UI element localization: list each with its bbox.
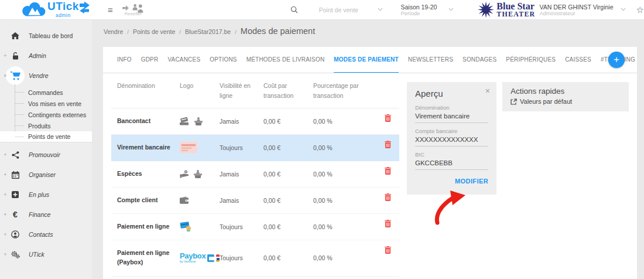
sidebar-item-label: Vendre bbox=[29, 72, 48, 79]
close-icon[interactable]: × bbox=[485, 87, 490, 95]
delete-row-button[interactable] bbox=[385, 193, 399, 201]
breadcrumb-link-points-de-vente[interactable]: Points de vente bbox=[133, 28, 175, 35]
sidebar-item-commandes[interactable]: Commandes bbox=[0, 87, 92, 98]
tab-modes-de-paiement[interactable]: MODES DE PAIEMENT bbox=[334, 47, 398, 73]
sidebar-item-utick[interactable]: + UTick bbox=[0, 244, 92, 264]
tab-peripheriques[interactable]: PÉRIPHÉRIQUES bbox=[506, 47, 556, 73]
sidebar-item-promouvoir[interactable]: + Promouvoir bbox=[0, 145, 92, 165]
row-percent: 0,00 % bbox=[313, 171, 385, 178]
season-value: Saison 19-20 bbox=[400, 4, 437, 11]
user-name: VAN DER GHINST Virginie bbox=[540, 4, 614, 11]
tab-caisses[interactable]: CAISSES bbox=[565, 47, 591, 73]
home-icon bbox=[9, 32, 22, 39]
logo-title: UTick bbox=[47, 1, 79, 12]
default-values-link[interactable]: Valeurs par défaut bbox=[511, 98, 621, 105]
sidebar-item-admin[interactable]: + Admin bbox=[0, 46, 92, 66]
sidebar-item-contingents-externes[interactable]: Contingents externes bbox=[0, 109, 92, 120]
field-label: BIC bbox=[415, 151, 488, 158]
vendre-submenu: Commandes Vos mises en vente Contingents… bbox=[0, 87, 92, 142]
sidebar-subitem-label: Produits bbox=[28, 123, 51, 130]
preview-field-denomination: Dénomination Virement bancaire bbox=[415, 104, 488, 123]
tab-bar: INFO GDPR VACANCES OPTIONS MÉTHODES DE L… bbox=[103, 47, 637, 73]
cloud-logo-icon bbox=[21, 2, 46, 18]
delete-row-button[interactable] bbox=[385, 141, 399, 148]
col-header-pourcentage: Pourcentage par transaction bbox=[313, 81, 385, 101]
trash-icon bbox=[385, 141, 391, 148]
modify-button[interactable]: MODIFIER bbox=[415, 178, 488, 185]
tab-newsletters[interactable]: NEWSLETTERS bbox=[408, 47, 453, 73]
season-sublabel: Periode bbox=[400, 11, 437, 16]
sidebar-item-contacts[interactable]: + Contacts bbox=[0, 224, 92, 244]
sidebar: Tableau de bord + Admin × Vendre Command… bbox=[0, 19, 92, 279]
trash-icon bbox=[385, 246, 391, 254]
table-row-paiement-en-ligne-paybox[interactable]: Paiement en ligne (Paybox) Paybox by Ver… bbox=[111, 240, 399, 277]
sidebar-item-tableau-de-bord[interactable]: Tableau de bord bbox=[0, 26, 92, 46]
sidebar-item-vendre[interactable]: × Vendre bbox=[0, 66, 92, 86]
share-icon bbox=[9, 151, 22, 159]
user-role: Administrateur bbox=[540, 11, 614, 16]
user-menu[interactable]: VAN DER GHINST Virginie Administrateur bbox=[540, 4, 614, 16]
reseller-switch[interactable]: Reseller bbox=[122, 4, 144, 16]
paybox-logo: Paybox by Verifone bbox=[180, 252, 205, 264]
group-toggle: + bbox=[3, 53, 8, 59]
row-name: Compte client bbox=[117, 196, 180, 205]
delete-row-button[interactable] bbox=[385, 220, 399, 227]
row-visibility: Toujours bbox=[220, 223, 263, 230]
field-label: Dénomination bbox=[415, 104, 488, 111]
quick-actions-panel: Actions rapides Valeurs par défaut bbox=[502, 82, 629, 111]
app-logo[interactable]: UTick admin bbox=[0, 1, 92, 18]
payment-methods-table: Dénomination Logo Visibilité en ligne Co… bbox=[111, 73, 399, 277]
breadcrumb-separator: / bbox=[235, 29, 237, 35]
tab-gdpr[interactable]: GDPR bbox=[141, 47, 159, 73]
tab-info[interactable]: INFO bbox=[117, 47, 132, 73]
table-row-bancontact[interactable]: Bancontact Jamais 0,00 € 0,00 % bbox=[111, 108, 399, 135]
col-header-denomination: Dénomination bbox=[117, 81, 180, 101]
row-percent: 0,00 % bbox=[313, 254, 385, 261]
pos-select-placeholder: Point de vente bbox=[319, 6, 358, 13]
online-payment-card-icon bbox=[180, 222, 191, 232]
sidebar-item-vos-mises-en-vente[interactable]: Vos mises en vente bbox=[0, 98, 92, 109]
sidebar-item-finance[interactable]: + € Finance bbox=[0, 205, 92, 224]
tab-options[interactable]: OPTIONS bbox=[210, 47, 237, 73]
preview-field-bic: BIC GKCCBEBB bbox=[415, 151, 488, 170]
delete-row-button[interactable] bbox=[385, 246, 399, 254]
row-name: Paiement en ligne (Paybox) bbox=[117, 249, 180, 267]
search-icon[interactable] bbox=[290, 6, 298, 13]
table-row-especes[interactable]: Espèces Jamais 0,00 € 0,00 % bbox=[111, 161, 399, 188]
row-percent: 0,00 % bbox=[313, 223, 385, 230]
sidebar-item-label: Contacts bbox=[29, 231, 53, 238]
sidebar-subitem-label: Points de vente bbox=[28, 133, 70, 140]
table-row-virement-bancaire[interactable]: Virement bancaire Toujours 0,00 € 0,00 % bbox=[111, 135, 399, 161]
row-cost: 0,00 € bbox=[263, 144, 313, 151]
row-name-line2: (Paybox) bbox=[117, 258, 180, 267]
sidebar-item-organiser[interactable]: + Organiser bbox=[0, 165, 92, 185]
default-values-label: Valeurs par défaut bbox=[520, 98, 572, 105]
field-label: Compte bancaire bbox=[415, 128, 488, 134]
add-payment-method-button[interactable]: + bbox=[608, 52, 625, 68]
breadcrumb-link-bluestar[interactable]: BlueStar2017.be bbox=[185, 28, 231, 35]
preview-field-compte-bancaire: Compte bancaire XXXXXXXXXXXXXX bbox=[415, 128, 488, 147]
sidebar-item-label: Organiser bbox=[29, 171, 56, 178]
group-toggle: × bbox=[3, 73, 8, 79]
user-menu-chevron[interactable] bbox=[621, 8, 626, 11]
tab-methodes-de-livraison[interactable]: MÉTHODES DE LIVRAISON bbox=[246, 47, 325, 73]
table-row-compte-client[interactable]: Compte client Jamais 0,00 € 0,00 % bbox=[111, 188, 399, 214]
delete-row-button[interactable] bbox=[385, 114, 399, 122]
delete-row-button[interactable] bbox=[385, 167, 399, 175]
cashier-icon bbox=[193, 170, 203, 178]
breadcrumb-link-vendre[interactable]: Vendre bbox=[104, 28, 123, 35]
sidebar-item-en-plus[interactable]: + En plus bbox=[0, 185, 92, 205]
favorite-star-icon[interactable]: ☆ bbox=[636, 5, 644, 14]
tab-vacances[interactable]: VACANCES bbox=[167, 47, 200, 73]
col-header-visibilite: Visibilité en ligne bbox=[220, 81, 263, 101]
table-row-paiement-en-ligne[interactable]: Paiement en ligne Toujours 0,00 € 0,00 % bbox=[111, 214, 399, 240]
pos-select[interactable]: Point de vente bbox=[319, 6, 383, 13]
main-card: INFO GDPR VACANCES OPTIONS MÉTHODES DE L… bbox=[103, 47, 637, 279]
lock-icon bbox=[9, 52, 22, 60]
sidebar-item-produits[interactable]: Produits bbox=[0, 120, 92, 131]
app-window: UTick admin ≡ Resel bbox=[0, 0, 644, 279]
sidebar-item-points-de-vente[interactable]: Points de vente bbox=[0, 131, 92, 142]
menu-toggle-icon[interactable]: ≡ bbox=[108, 5, 113, 14]
season-select[interactable]: Saison 19-20 Periode bbox=[400, 4, 454, 16]
tab-sondages[interactable]: SONDAGES bbox=[463, 47, 496, 73]
